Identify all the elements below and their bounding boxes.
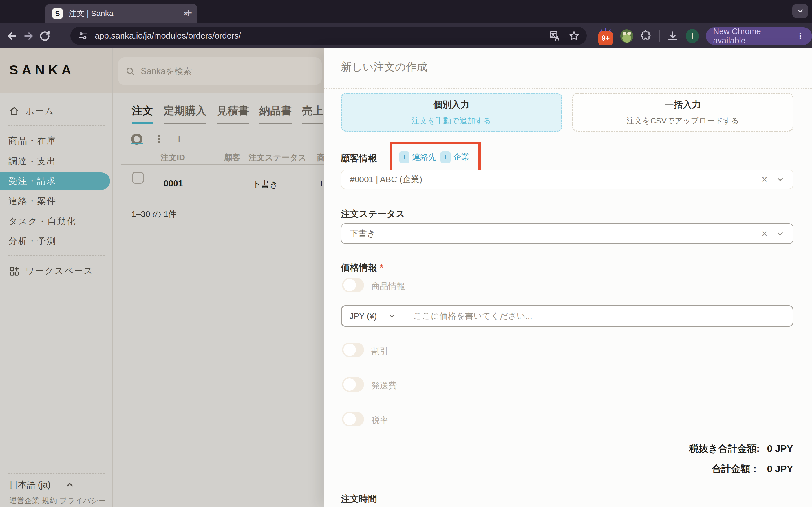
language-label: 日本語 (ja) [9,479,50,491]
individual-input-card[interactable]: 個別入力 注文を手動で追加する [341,93,562,131]
drawer-title: 新しい注文の作成 [341,60,427,74]
browser-menu-icon[interactable]: ⋮ [796,31,805,41]
chevron-up-icon [64,480,75,490]
legal-links[interactable]: 運営企業 規約 プライバシー [9,496,106,506]
url-bar[interactable]: app.sanka.io/ja/modules/orders/orders/ [70,27,587,45]
browser-toolbar: app.sanka.io/ja/modules/orders/orders/ 9… [0,23,812,48]
discount-toggle[interactable] [342,342,364,357]
frog-extension-icon[interactable] [620,29,633,43]
customer-info-label: 顧客情報 [341,152,377,165]
chevron-down-icon[interactable] [776,175,784,184]
sidebar-divider [112,48,113,507]
cell-product[interactable]: t [320,179,323,189]
pagination-label: 1–30 の 1件 [132,209,177,220]
product-info-toggle[interactable] [342,278,364,292]
cell-order-id[interactable]: 0001 [121,179,183,189]
sidebar-item-orders-billing[interactable]: 受注・請求 [0,172,110,190]
status-select[interactable]: 下書き × [341,223,794,244]
tax-toggle-label: 税率 [371,414,388,426]
shipping-toggle[interactable] [342,377,364,392]
workspace-icon [8,265,20,277]
bulk-input-card[interactable]: 一括入力 注文をCSVでアップロードする [572,93,794,131]
update-chrome-label: New Chrome available [713,27,791,45]
extensions-puzzle-icon[interactable] [640,30,652,43]
totals-summary: 税抜き合計金額: 0 JPY 合計金額： 0 JPY [689,442,793,475]
price-input[interactable]: ここに価格を書いてください... [413,311,532,322]
customer-select[interactable]: #0001 | ABC (企業) × [341,170,794,189]
col-header-order-id[interactable]: 注文ID [121,152,185,163]
sidebar-item-analytics[interactable]: 分析・予測 [0,232,56,250]
toggle-knob [343,413,356,425]
forward-button[interactable] [20,30,37,42]
cell-status[interactable]: 下書き [243,179,288,190]
sidebar-item-procurement[interactable]: 調達・支出 [0,153,56,170]
profile-avatar[interactable]: I [686,29,699,43]
plus-icon: + [441,151,451,163]
extension-9plus[interactable]: 9+ [598,27,613,45]
module-tabs: 注文 定期購入 見積書 納品書 売上 [132,104,323,124]
toggle-knob [343,378,356,391]
sidebar-item-products[interactable]: 商品・在庫 [0,132,56,150]
clear-icon[interactable]: × [762,174,767,184]
chevron-down-icon[interactable] [776,230,784,238]
global-search-input[interactable]: Sankaを検索 [118,57,322,85]
reload-button[interactable] [37,30,53,42]
price-input-group: JPY (¥) ここに価格を書いてください... [341,305,794,327]
app-window: Sankaを検索 SANKA ホーム 商品・在庫 調達・支出 受注・請求 連絡・… [0,48,812,507]
tab-quotes[interactable]: 見積書 [217,104,249,124]
tab-orders[interactable]: 注文 [132,104,153,124]
chevron-down-icon [388,312,396,320]
tax-toggle[interactable] [342,412,364,427]
tab-search-button[interactable] [792,4,808,18]
extension-badge: 9+ [598,31,613,45]
tab-delivery-notes[interactable]: 納品書 [259,104,292,124]
row-bottom-border [121,197,324,198]
browser-tab[interactable]: S 注文 | Sanka × [45,4,197,23]
update-chrome-button[interactable]: New Chrome available ⋮ [706,27,812,45]
input-divider [404,306,404,326]
add-company-button[interactable]: + 企業 [441,151,469,163]
tab-subscriptions[interactable]: 定期購入 [163,104,206,124]
toggle-knob [343,344,356,356]
extensions-cluster: 9+ I New Chrome available ⋮ [598,23,812,48]
discount-toggle-label: 割引 [371,345,388,357]
back-icon [6,30,18,42]
clear-icon[interactable]: × [762,229,767,239]
sidebar-separator [8,473,105,474]
col-header-status[interactable]: 注文ステータス [244,152,311,163]
sidebar-item-tasks[interactable]: タスク・自動化 [0,213,76,230]
sidebar-item-workspace[interactable]: ワークスペース [0,262,94,280]
language-selector[interactable]: 日本語 (ja) [9,479,75,491]
url-text[interactable]: app.sanka.io/ja/modules/orders/orders/ [95,31,549,41]
customer-select-value: #0001 | ABC (企業) [350,174,762,185]
forward-icon [22,30,35,42]
view-menu-icon[interactable]: ⋮ [154,133,164,145]
tab-sales[interactable]: 売上 [302,104,323,124]
active-view-indicator [131,143,143,145]
annotation-highlight-box: + 連絡先 + 企業 [390,142,481,172]
downloads-icon[interactable] [666,30,679,43]
add-contact-button[interactable]: + 連絡先 [399,151,437,163]
order-status-label: 注文ステータス [341,208,405,220]
price-info-label: 価格情報* [341,262,383,274]
reload-icon [39,30,51,42]
status-select-value: 下書き [350,228,762,239]
search-placeholder: Sankaを検索 [141,65,192,77]
column-divider [197,144,197,197]
screen: S 注文 | Sanka × + app.sanka.io/ja/modules… [0,0,812,507]
bookmark-star-icon[interactable] [568,30,580,42]
total-value: 0 JPY [767,463,793,474]
sidebar-item-home[interactable]: ホーム [0,103,54,120]
sanka-logo[interactable]: SANKA [9,62,75,77]
currency-select[interactable]: JPY (¥) [342,306,404,326]
back-button[interactable] [4,30,20,42]
shipping-toggle-label: 発送費 [371,380,397,392]
drawer-separator [324,89,812,89]
order-time-label: 注文時間 [341,493,377,505]
sidebar-item-contacts[interactable]: 連絡・案件 [0,192,56,210]
new-tab-button[interactable]: + [185,5,192,20]
currency-value: JPY (¥) [350,312,377,321]
translate-icon[interactable] [549,30,561,42]
toolbar-divider [659,31,660,42]
site-settings-icon[interactable] [77,30,89,41]
